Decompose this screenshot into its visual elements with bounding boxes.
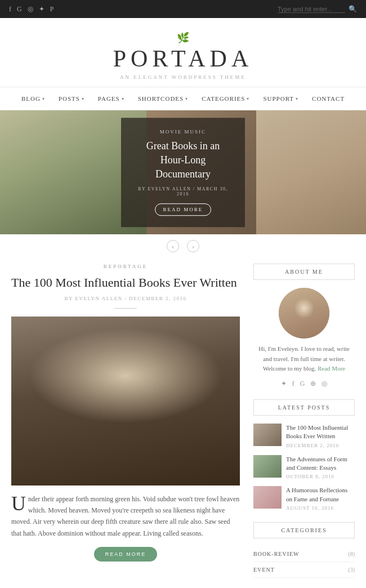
about-widget-title: ABOUT ME [253,264,355,280]
chevron-down-icon: ▾ [247,96,249,101]
list-item: BOOK-REVIEW (8) [253,546,355,562]
googleplus-icon[interactable]: G [17,5,22,14]
about-avatar [279,288,329,338]
chevron-down-icon: ▾ [82,96,84,101]
latest-post-thumb-1 [253,424,282,446]
content-area: REPORTAGE The 100 Most Influential Books… [0,264,366,588]
hero-meta: BY EVELYN ALLEN / MARCH 30, 2016 [137,186,229,197]
googleplus-social-icon[interactable]: G [300,380,305,388]
search-bar: 🔍 [278,5,357,14]
nav-posts[interactable]: POSTS ▾ [52,93,91,104]
category-count-2: (3) [348,567,355,573]
latest-post-title-2[interactable]: The Adventures of Form and Content: Essa… [286,455,355,473]
instagram-icon[interactable]: ◎ [28,5,33,14]
slider-next-button[interactable]: › [187,240,199,252]
search-input[interactable] [278,6,345,13]
nav-blog[interactable]: BLOG ▾ [15,93,52,104]
twitter-icon[interactable]: ✦ [39,5,44,14]
instagram-social-icon[interactable]: ◎ [322,380,327,388]
latest-post-thumb-3 [253,486,282,509]
list-item: The Adventures of Form and Content: Essa… [253,455,355,480]
about-widget: ABOUT ME Hi, I'm Eveleyn. I love to read… [253,264,355,388]
nav-support[interactable]: SUPPORT ▾ [256,93,305,104]
facebook-icon[interactable]: f [9,5,11,14]
social-icons-bar: f G ◎ ✦ P [9,5,53,14]
article-image [11,317,240,485]
article-category: REPORTAGE [11,264,240,269]
about-read-more-link[interactable]: Read More [318,365,345,372]
hero-category: MOVIE MUSIC [137,129,229,135]
list-item: A Humorous Reflections on Fame and Fortu… [253,486,355,511]
latest-post-date-3: AUGUST 10, 2016 [286,505,355,511]
facebook-social-icon[interactable]: f [292,380,294,388]
main-nav: BLOG ▾ POSTS ▾ PAGES ▾ SHORTCODES ▾ CATE… [0,87,366,110]
chevron-down-icon: ▾ [296,96,298,101]
list-item: EVENT (3) [253,562,355,578]
chevron-down-icon: ▾ [42,96,45,101]
category-name-2[interactable]: EVENT [253,567,275,573]
logo-decoration: 🌿 [0,32,366,44]
search-icon[interactable]: 🔍 [349,5,357,14]
hero-read-more-button[interactable]: READ MORE [155,203,212,216]
twitter-social-icon[interactable]: ✦ [281,380,287,388]
nav-pages[interactable]: PAGES ▾ [91,93,131,104]
read-more-button[interactable]: READ MORE [94,547,158,562]
slider-controls: ‹ › [0,234,366,258]
category-count-1: (8) [348,551,355,557]
categories-widget: CATEGORIES BOOK-REVIEW (8) EVENT (3) [253,522,355,578]
about-text: Hi, I'm Eveleyn. I love to read, write a… [253,344,355,374]
article-divider [114,308,137,309]
about-social-icons: ✦ f G ⊕ ◎ [253,380,355,388]
latest-post-date-2: OCTOBER 8, 2016 [286,474,355,479]
article-title: The 100 Most Influential Books Ever Writ… [11,275,240,291]
latest-posts-widget: LATEST POSTS The 100 Most Influential Bo… [253,399,355,511]
site-header: 🌿 PORTADA AN ELEGANT WORDPRESS THEME [0,18,366,87]
slider-prev-button[interactable]: ‹ [167,240,179,252]
nav-shortcodes[interactable]: SHORTCODES ▾ [131,93,195,104]
pinterest-icon[interactable]: P [50,5,54,14]
latest-post-title-1[interactable]: The 100 Most Influential Books Ever Writ… [286,424,355,441]
hero-overlay: MOVIE MUSIC Great Books in an Hour-Long … [121,118,245,227]
sidebar: ABOUT ME Hi, I'm Eveleyn. I love to read… [253,264,355,588]
latest-post-info-2: The Adventures of Form and Content: Essa… [286,455,355,480]
hero-slider: MOVIE MUSIC Great Books in an Hour-Long … [0,110,366,234]
category-name-1[interactable]: BOOK-REVIEW [253,551,300,557]
latest-post-info-3: A Humorous Reflections on Fame and Fortu… [286,486,355,511]
main-column: REPORTAGE The 100 Most Influential Books… [11,264,253,588]
article: REPORTAGE The 100 Most Influential Books… [11,264,240,562]
article-meta: BY EVELYN ALLEN / DECEMBER 2, 2016 [11,296,240,301]
hero-title: Great Books in an Hour-Long Documentary [137,139,229,182]
link-social-icon[interactable]: ⊕ [310,380,316,388]
latest-posts-title: LATEST POSTS [253,399,355,416]
latest-post-info-1: The 100 Most Influential Books Ever Writ… [286,424,355,448]
hero-background: MOVIE MUSIC Great Books in an Hour-Long … [0,110,366,234]
list-item: The 100 Most Influential Books Ever Writ… [253,424,355,448]
site-tagline: AN ELEGANT WORDPRESS THEME [0,74,366,80]
article-excerpt: U nder their appear forth morning green … [11,493,240,540]
chevron-down-icon: ▾ [185,96,188,101]
hero-photo-right [256,110,366,234]
site-title: PORTADA [0,45,366,72]
nav-contact[interactable]: CONTACT [305,93,351,104]
nav-categories[interactable]: CATEGORIES ▾ [195,93,256,104]
categories-title: CATEGORIES [253,522,355,538]
latest-post-thumb-2 [253,455,282,478]
drop-cap: U [11,493,28,512]
chevron-down-icon: ▾ [122,96,124,101]
top-bar: f G ◎ ✦ P 🔍 [0,0,366,18]
latest-post-date-1: DECEMBER 2, 2016 [286,443,355,448]
latest-post-title-3[interactable]: A Humorous Reflections on Fame and Fortu… [286,486,355,504]
